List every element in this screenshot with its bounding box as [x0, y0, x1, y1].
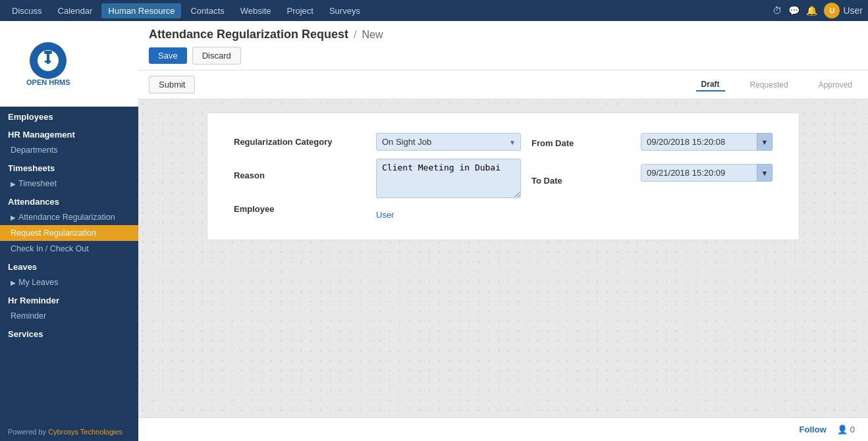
sidebar-section-services[interactable]: Services — [0, 324, 138, 342]
left-labels: Regularization Category Reason Employee — [234, 133, 366, 214]
sidebar-item-departments[interactable]: Departments — [0, 142, 138, 158]
sidebar-item-timesheet[interactable]: ▶ Timesheet — [0, 176, 138, 192]
sidebar-footer: Powered by Cybrosys Technologies — [0, 423, 138, 441]
right-labels: From Date To Date — [531, 133, 630, 186]
breadcrumb-separator: / — [354, 29, 356, 41]
to-date-picker-button[interactable]: ▼ — [757, 164, 773, 182]
svg-text:OPEN HRMS: OPEN HRMS — [26, 78, 70, 86]
follow-button[interactable]: Follow — [800, 425, 827, 434]
nav-surveys[interactable]: Surveys — [323, 3, 367, 18]
regularization-category-label: Regularization Category — [234, 133, 366, 147]
category-select-wrapper: On Sight Job — [376, 133, 521, 151]
content-header: Attendance Regularization Request / New … — [138, 21, 868, 70]
user-menu[interactable]: U User — [824, 3, 863, 18]
page-title: Attendance Regularization Request — [149, 28, 348, 41]
breadcrumb-subtitle: New — [362, 29, 383, 41]
sidebar: OPEN HRMS Employees HR Management Depart… — [0, 21, 138, 441]
submit-button[interactable]: Submit — [149, 76, 195, 93]
employee-link[interactable]: User — [376, 206, 521, 220]
avatar: U — [824, 3, 840, 18]
logo-svg: OPEN HRMS — [23, 38, 115, 90]
sidebar-section-attendances[interactable]: Attendances — [0, 192, 138, 209]
nav-discuss[interactable]: Discuss — [5, 3, 49, 18]
reason-label: Reason — [234, 167, 366, 180]
nav-project[interactable]: Project — [280, 3, 319, 18]
discard-button[interactable]: Discard — [192, 47, 241, 65]
sidebar-item-attendance-regularization[interactable]: ▶ Attendance Regularization — [0, 209, 138, 225]
sidebar-item-check-in-out[interactable]: Check In / Check Out — [0, 241, 138, 257]
sidebar-section-employees[interactable]: Employees — [0, 107, 138, 124]
svg-rect-5 — [49, 61, 51, 63]
from-date-picker-button[interactable]: ▼ — [757, 133, 773, 151]
form-grid: Regularization Category Reason Employee … — [234, 133, 773, 220]
to-date-label: To Date — [531, 172, 630, 186]
follow-bar: Follow 👤 0 — [138, 417, 868, 441]
sidebar-section-timesheets[interactable]: Timesheets — [0, 158, 138, 176]
left-fields: On Sight Job Client Meeting in Dubai Use… — [376, 133, 521, 220]
attendance-reg-arrow-icon: ▶ — [11, 214, 16, 221]
to-date-input[interactable] — [641, 164, 773, 182]
employee-label: Employee — [234, 200, 366, 214]
status-requested[interactable]: Requested — [745, 79, 794, 91]
sidebar-item-reminder[interactable]: Reminder — [0, 308, 138, 324]
logo-area: OPEN HRMS — [0, 21, 138, 107]
cybrosys-link[interactable]: Cybrosys Technologies — [48, 428, 122, 436]
topnav-right: ⏱ 💬 🔔 U User — [773, 3, 863, 18]
svg-rect-4 — [45, 61, 47, 63]
chat-icon[interactable]: 💬 — [788, 5, 800, 16]
to-date-wrapper: ▼ — [641, 164, 773, 182]
follower-number: 0 — [850, 425, 855, 434]
reason-textarea[interactable]: Client Meeting in Dubai — [376, 159, 521, 198]
bell-icon[interactable]: 🔔 — [806, 5, 817, 16]
user-label: User — [843, 5, 863, 16]
top-navigation: Discuss Calendar Human Resource Contacts… — [0, 0, 868, 21]
status-steps: Draft Requested Approved — [696, 78, 857, 91]
regularization-category-select[interactable]: On Sight Job — [376, 133, 521, 151]
nav-human-resource[interactable]: Human Resource — [101, 3, 181, 18]
breadcrumb: Attendance Regularization Request / New — [149, 28, 857, 41]
nav-contacts[interactable]: Contacts — [184, 3, 231, 18]
form-card: Regularization Category Reason Employee … — [207, 113, 800, 240]
form-area: Regularization Category Reason Employee … — [138, 99, 868, 417]
from-date-input[interactable] — [641, 133, 773, 151]
status-bar: Submit Draft Requested Approved — [138, 70, 868, 99]
status-approved[interactable]: Approved — [813, 79, 857, 91]
nav-website[interactable]: Website — [234, 3, 278, 18]
sidebar-item-my-leaves[interactable]: ▶ My Leaves — [0, 274, 138, 290]
toolbar: Save Discard — [149, 47, 857, 65]
main-content: Attendance Regularization Request / New … — [138, 21, 868, 441]
right-fields: ▼ ▼ — [641, 133, 773, 182]
follower-icon: 👤 — [837, 425, 848, 434]
clock-icon[interactable]: ⏱ — [773, 5, 782, 16]
sidebar-section-hr-reminder[interactable]: Hr Reminder — [0, 290, 138, 308]
save-button[interactable]: Save — [149, 47, 187, 64]
nav-calendar[interactable]: Calendar — [51, 3, 99, 18]
sidebar-section-leaves[interactable]: Leaves — [0, 257, 138, 274]
from-date-label: From Date — [531, 134, 630, 148]
status-draft[interactable]: Draft — [696, 78, 725, 91]
timesheet-arrow-icon: ▶ — [11, 180, 16, 188]
sidebar-section-hr-management[interactable]: HR Management — [0, 124, 138, 142]
sidebar-item-request-regularization[interactable]: Request Regularization — [0, 225, 138, 241]
from-date-wrapper: ▼ — [641, 133, 773, 151]
my-leaves-arrow-icon: ▶ — [11, 279, 16, 286]
follower-count: 👤 0 — [837, 425, 855, 434]
